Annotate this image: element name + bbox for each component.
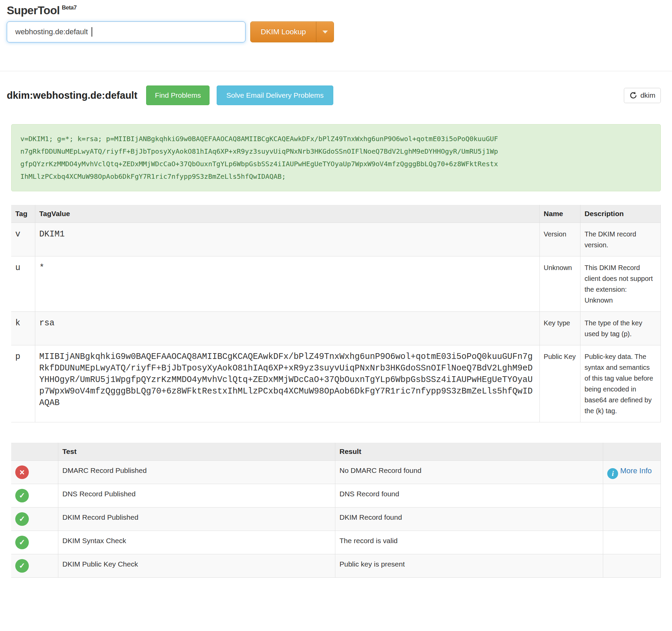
status-column-header: [11, 443, 58, 461]
name-cell: Key type: [539, 312, 580, 345]
more-info-link[interactable]: iMore Info: [607, 466, 652, 475]
result-cell: DNS Record found: [335, 484, 603, 508]
test-table-wrap: Test Result × DMARC Record Published No …: [11, 443, 661, 578]
status-cell: ✓: [11, 484, 58, 508]
info-cell: [603, 554, 661, 578]
table-row: v DKIM1 Version The DKIM record version.: [11, 223, 661, 256]
result-cell: The record is valid: [335, 531, 603, 554]
tag-table-header-row: Tag TagValue Name Description: [11, 205, 661, 223]
info-icon: i: [607, 468, 618, 479]
test-cell: DKIM Syntax Check: [58, 531, 335, 554]
status-cell: ✓: [11, 554, 58, 578]
dkim-lookup-split-button: DKIM Lookup: [250, 21, 334, 42]
tag-table-wrap: Tag TagValue Name Description v DKIM1 Ve…: [11, 205, 661, 422]
status-pass-icon: ✓: [15, 536, 29, 549]
status-pass-icon: ✓: [15, 559, 29, 573]
name-cell: Version: [539, 223, 580, 256]
test-cell: DKIM Public Key Check: [58, 554, 335, 578]
tagvalue-cell: DKIM1: [35, 223, 539, 256]
tag-cell: u: [11, 256, 35, 312]
test-cell: DKIM Record Published: [58, 508, 335, 531]
search-row: DKIM Lookup: [7, 21, 665, 42]
description-cell: Public-key data. The syntax and semantic…: [580, 345, 661, 422]
dkim-lookup-dropdown-toggle[interactable]: [316, 22, 334, 42]
description-column-header: Description: [580, 205, 661, 223]
find-problems-button[interactable]: Find Problems: [146, 85, 210, 105]
test-table-header-row: Test Result: [11, 443, 661, 461]
tagvalue-cell: MIIBIjANBgkqhkiG9w0BAQEFAAOCAQ8AMIIBCgKC…: [35, 345, 539, 422]
info-cell: [603, 508, 661, 531]
test-table-row: ✓ DKIM Public Key Check Public key is pr…: [11, 554, 661, 578]
result-column-header: Result: [335, 443, 603, 461]
test-table-row: ✓ DNS Record Published DNS Record found: [11, 484, 661, 508]
dkim-lookup-button[interactable]: DKIM Lookup: [251, 22, 316, 42]
table-row: k rsa Key type The type of the key used …: [11, 312, 661, 345]
dkim-record-box: v=DKIM1; g=*; k=rsa; p=MIIBIjANBgkqhkiG9…: [11, 124, 661, 191]
search-wrap: [7, 21, 245, 42]
description-cell: This DKIM Record client does not support…: [580, 256, 661, 312]
results-content: dkim:webhosting.de:default Find Problems…: [0, 85, 672, 578]
result-cell: Public key is present: [335, 554, 603, 578]
info-cell: iMore Info: [603, 461, 661, 484]
text-cursor: [92, 27, 92, 37]
test-table-row: ✓ DKIM Syntax Check The record is valid: [11, 531, 661, 554]
test-cell: DNS Record Published: [58, 484, 335, 508]
status-cell: ✓: [11, 531, 58, 554]
tagvalue-cell: *: [35, 256, 539, 312]
tag-cell: p: [11, 345, 35, 422]
name-cell: Public Key: [539, 345, 580, 422]
test-cell: DMARC Record Published: [58, 461, 335, 484]
chevron-down-icon: [322, 31, 328, 34]
name-cell: Unknown: [539, 256, 580, 312]
description-cell: The DKIM record version.: [580, 223, 661, 256]
search-input[interactable]: [7, 21, 245, 42]
solve-email-delivery-problems-button[interactable]: Solve Email Delivery Problems: [217, 85, 333, 105]
test-table-row: × DMARC Record Published No DMARC Record…: [11, 461, 661, 484]
tagvalue-column-header: TagValue: [35, 205, 539, 223]
info-cell: [603, 531, 661, 554]
result-header-row: dkim:webhosting.de:default Find Problems…: [7, 85, 665, 105]
app-title: SuperToolBeta7: [7, 4, 665, 17]
status-cell: ✓: [11, 508, 58, 531]
header-divider: [0, 71, 672, 71]
status-pass-icon: ✓: [15, 512, 29, 526]
table-row: u * Unknown This DKIM Record client does…: [11, 256, 661, 312]
tagvalue-cell: rsa: [35, 312, 539, 345]
result-cell: DKIM Record found: [335, 508, 603, 531]
tag-column-header: Tag: [11, 205, 35, 223]
dkim-tag-table: Tag TagValue Name Description v DKIM1 Ve…: [11, 205, 661, 422]
page-title: dkim:webhosting.de:default: [7, 90, 137, 101]
beta-tag: Beta7: [62, 4, 77, 11]
tag-cell: v: [11, 223, 35, 256]
name-column-header: Name: [539, 205, 580, 223]
test-column-header: Test: [58, 443, 335, 461]
status-cell: ×: [11, 461, 58, 484]
page-header: SuperToolBeta7 DKIM Lookup: [0, 0, 672, 42]
info-cell: [603, 484, 661, 508]
status-pass-icon: ✓: [15, 489, 29, 502]
status-fail-icon: ×: [15, 465, 29, 479]
table-row: p MIIBIjANBgkqhkiG9w0BAQEFAAOCAQ8AMIIBCg…: [11, 345, 661, 422]
more-info-label: More Info: [620, 466, 652, 475]
refresh-button-label: dkim: [640, 91, 655, 99]
result-cell: No DMARC Record found: [335, 461, 603, 484]
tag-cell: k: [11, 312, 35, 345]
test-results-table: Test Result × DMARC Record Published No …: [11, 443, 661, 578]
description-cell: The type of the key used by tag (p).: [580, 312, 661, 345]
info-column-header: [603, 443, 661, 461]
app-title-text: SuperTool: [7, 4, 60, 17]
refresh-icon: [629, 91, 637, 99]
refresh-dkim-button[interactable]: dkim: [624, 88, 661, 103]
test-table-row: ✓ DKIM Record Published DKIM Record foun…: [11, 508, 661, 531]
